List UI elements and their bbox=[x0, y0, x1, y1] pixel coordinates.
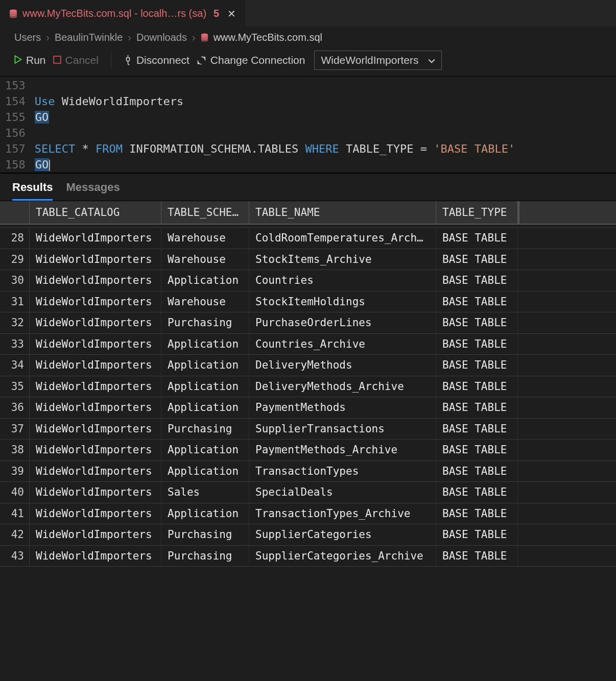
table-row[interactable]: 28WideWorldImportersWarehouseColdRoomTem… bbox=[0, 228, 616, 249]
cell[interactable]: Sales bbox=[161, 482, 249, 502]
row-number[interactable]: 31 bbox=[0, 291, 30, 312]
cell[interactable]: PaymentMethods bbox=[249, 397, 436, 418]
cell[interactable]: TransactionTypes bbox=[249, 461, 436, 481]
grid-body[interactable]: 28WideWorldImportersWarehouseColdRoomTem… bbox=[0, 228, 616, 567]
cell[interactable]: Warehouse bbox=[161, 228, 249, 248]
cell[interactable]: BASE TABLE bbox=[436, 270, 518, 290]
cell[interactable]: Application bbox=[161, 440, 249, 460]
editor-tab[interactable]: www.MyTecBits.com.sql - localh…rs (sa) 5… bbox=[0, 0, 245, 27]
cell[interactable]: BASE TABLE bbox=[436, 334, 518, 354]
cell[interactable]: Purchasing bbox=[161, 546, 249, 566]
cell[interactable]: Purchasing bbox=[161, 312, 249, 333]
column-header[interactable]: TABLE_TYPE bbox=[436, 201, 518, 224]
row-number[interactable]: 33 bbox=[0, 334, 30, 354]
cell[interactable]: Warehouse bbox=[161, 291, 249, 312]
breadcrumb-item[interactable]: Downloads bbox=[136, 32, 187, 43]
cell[interactable]: WideWorldImporters bbox=[30, 461, 161, 481]
cell[interactable]: BASE TABLE bbox=[436, 376, 518, 397]
cell[interactable]: PurchaseOrderLines bbox=[249, 312, 436, 333]
cell[interactable]: TransactionTypes_Archive bbox=[249, 503, 436, 524]
cell[interactable]: Purchasing bbox=[161, 419, 249, 439]
cell[interactable]: WideWorldImporters bbox=[30, 312, 161, 333]
table-row[interactable]: 42WideWorldImportersPurchasingSupplierCa… bbox=[0, 524, 616, 546]
cell[interactable]: BASE TABLE bbox=[436, 461, 518, 481]
cell[interactable]: BASE TABLE bbox=[436, 482, 518, 502]
code-line[interactable]: Use WideWorldImporters bbox=[35, 93, 515, 109]
cell[interactable]: WideWorldImporters bbox=[30, 419, 161, 439]
cell[interactable]: WideWorldImporters bbox=[30, 524, 161, 545]
cell[interactable]: DeliveryMethods_Archive bbox=[249, 376, 436, 397]
cell[interactable]: Application bbox=[161, 270, 249, 290]
cell[interactable]: WideWorldImporters bbox=[30, 397, 161, 418]
table-row[interactable]: 33WideWorldImportersApplicationCountries… bbox=[0, 334, 616, 355]
cell[interactable]: WideWorldImporters bbox=[30, 291, 161, 312]
table-row[interactable]: 32WideWorldImportersPurchasingPurchaseOr… bbox=[0, 312, 616, 334]
cell[interactable]: BASE TABLE bbox=[436, 503, 518, 524]
row-number[interactable]: 29 bbox=[0, 249, 30, 270]
row-number[interactable]: 39 bbox=[0, 461, 30, 481]
cell[interactable]: SupplierTransactions bbox=[249, 419, 436, 439]
table-row[interactable]: 39WideWorldImportersApplicationTransacti… bbox=[0, 461, 616, 482]
row-number[interactable]: 37 bbox=[0, 419, 30, 439]
row-number[interactable]: 28 bbox=[0, 228, 30, 248]
table-row[interactable]: 36WideWorldImportersApplicationPaymentMe… bbox=[0, 397, 616, 419]
code-line[interactable] bbox=[35, 78, 515, 93]
column-header[interactable]: TABLE_NAME bbox=[249, 201, 436, 224]
cell[interactable]: BASE TABLE bbox=[436, 249, 518, 270]
code-line[interactable]: GO bbox=[35, 157, 515, 173]
cell[interactable]: Countries bbox=[249, 270, 436, 290]
cell[interactable]: WideWorldImporters bbox=[30, 440, 161, 460]
cell[interactable]: BASE TABLE bbox=[436, 228, 518, 248]
editor-code[interactable]: Use WideWorldImportersGOSELECT * FROM IN… bbox=[35, 78, 515, 173]
cell[interactable]: Countries_Archive bbox=[249, 334, 436, 354]
row-number[interactable]: 43 bbox=[0, 546, 30, 566]
table-row[interactable]: 31WideWorldImportersWarehouseStockItemHo… bbox=[0, 291, 616, 313]
database-dropdown[interactable]: WideWorldImporters bbox=[314, 51, 442, 70]
sql-editor[interactable]: 153154155156157158 Use WideWorldImporter… bbox=[0, 77, 616, 174]
cell[interactable]: BASE TABLE bbox=[436, 546, 518, 566]
table-row[interactable]: 43WideWorldImportersPurchasingSupplierCa… bbox=[0, 546, 616, 567]
code-line[interactable]: SELECT * FROM INFORMATION_SCHEMA.TABLES … bbox=[35, 141, 515, 157]
tab-close-icon[interactable]: ✕ bbox=[227, 8, 236, 20]
table-row[interactable]: 38WideWorldImportersApplicationPaymentMe… bbox=[0, 440, 616, 461]
table-row[interactable]: 41WideWorldImportersApplicationTransacti… bbox=[0, 503, 616, 525]
cell[interactable]: StockItems_Archive bbox=[249, 249, 436, 270]
cell[interactable]: BASE TABLE bbox=[436, 355, 518, 375]
row-number[interactable]: 38 bbox=[0, 440, 30, 460]
cell[interactable]: Application bbox=[161, 355, 249, 375]
row-number[interactable]: 35 bbox=[0, 376, 30, 397]
cancel-button[interactable]: Cancel bbox=[53, 54, 99, 66]
table-row[interactable]: 30WideWorldImportersApplicationCountries… bbox=[0, 270, 616, 291]
cell[interactable]: DeliveryMethods bbox=[249, 355, 436, 375]
cell[interactable]: ColdRoomTemperatures_Arch… bbox=[249, 228, 436, 248]
column-header[interactable]: TABLE_SCHEMA bbox=[161, 201, 249, 224]
cell[interactable]: BASE TABLE bbox=[436, 397, 518, 418]
disconnect-button[interactable]: Disconnect bbox=[124, 54, 189, 66]
row-number[interactable]: 40 bbox=[0, 482, 30, 502]
tab-messages[interactable]: Messages bbox=[66, 181, 120, 201]
row-number-header[interactable] bbox=[0, 201, 30, 224]
run-button[interactable]: Run bbox=[14, 54, 46, 66]
row-number[interactable]: 42 bbox=[0, 524, 30, 545]
cell[interactable]: WideWorldImporters bbox=[30, 334, 161, 354]
cell[interactable]: Application bbox=[161, 334, 249, 354]
breadcrumb-file[interactable]: www.MyTecBits.com.sql bbox=[214, 32, 322, 43]
cell[interactable]: WideWorldImporters bbox=[30, 228, 161, 248]
row-number[interactable]: 41 bbox=[0, 503, 30, 524]
cell[interactable]: WideWorldImporters bbox=[30, 503, 161, 524]
cell[interactable]: WideWorldImporters bbox=[30, 249, 161, 270]
cell[interactable]: SpecialDeals bbox=[249, 482, 436, 502]
cell[interactable]: WideWorldImporters bbox=[30, 546, 161, 566]
cell[interactable]: WideWorldImporters bbox=[30, 376, 161, 397]
breadcrumb-item[interactable]: BeaulinTwinkle bbox=[55, 32, 123, 43]
cell[interactable]: BASE TABLE bbox=[436, 440, 518, 460]
breadcrumb-item[interactable]: Users bbox=[14, 32, 41, 43]
table-row[interactable]: 29WideWorldImportersWarehouseStockItems_… bbox=[0, 249, 616, 271]
cell[interactable]: BASE TABLE bbox=[436, 524, 518, 545]
cell[interactable]: SupplierCategories bbox=[249, 524, 436, 545]
cell[interactable]: BASE TABLE bbox=[436, 419, 518, 439]
cell[interactable]: WideWorldImporters bbox=[30, 355, 161, 375]
row-number[interactable]: 32 bbox=[0, 312, 30, 333]
code-line[interactable] bbox=[35, 125, 515, 141]
cell[interactable]: PaymentMethods_Archive bbox=[249, 440, 436, 460]
